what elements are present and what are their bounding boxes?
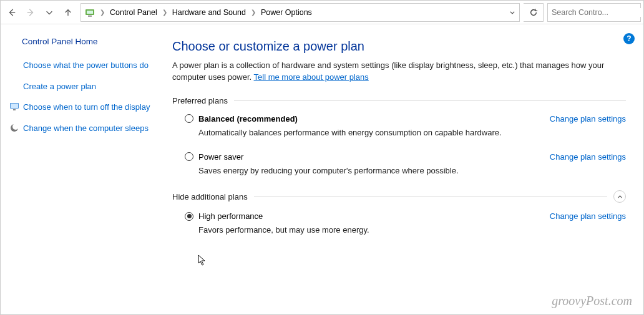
plan-name[interactable]: High performance <box>198 211 263 221</box>
svg-rect-2 <box>88 16 92 17</box>
arrow-up-icon <box>64 8 72 17</box>
plan-radio[interactable] <box>185 152 193 161</box>
svg-point-8 <box>12 124 19 130</box>
main-content: Choose or customize a power plan A power… <box>166 24 643 314</box>
sidebar-link-turn-off-display[interactable]: Choose when to turn off the display <box>9 102 157 113</box>
address-dropdown-button[interactable] <box>505 9 519 16</box>
section-header-preferred: Preferred plans <box>172 96 626 105</box>
svg-rect-1 <box>87 11 93 14</box>
refresh-button[interactable] <box>524 3 544 22</box>
history-dropdown-button[interactable] <box>41 4 58 21</box>
refresh-icon <box>529 8 538 17</box>
page-title: Choose or customize a power plan <box>172 39 626 54</box>
search-input[interactable] <box>552 8 644 17</box>
intro-learn-more-link[interactable]: Tell me more about power plans <box>254 72 369 82</box>
monitor-icon <box>9 102 19 112</box>
sidebar-link-computer-sleeps[interactable]: Change when the computer sleeps <box>9 123 157 134</box>
sidebar-link-label: Choose what the power buttons do <box>23 60 157 71</box>
chevron-down-icon <box>509 9 515 16</box>
plan-name[interactable]: Balanced (recommended) <box>198 114 298 124</box>
svg-rect-5 <box>11 104 18 108</box>
arrow-right-icon <box>26 8 35 17</box>
change-plan-settings-link[interactable]: Change plan settings <box>550 152 626 162</box>
divider <box>254 196 607 197</box>
arrow-left-icon <box>7 8 16 17</box>
change-plan-settings-link[interactable]: Change plan settings <box>550 211 626 221</box>
moon-icon <box>9 123 19 133</box>
breadcrumb-item[interactable]: Control Panel <box>106 4 161 21</box>
watermark: groovyPost.com <box>552 294 632 308</box>
back-button[interactable] <box>3 4 21 21</box>
section-label: Preferred plans <box>172 96 228 105</box>
breadcrumb-item[interactable]: Power Options <box>257 4 316 21</box>
section-header-additional[interactable]: Hide additional plans <box>172 190 626 203</box>
up-button[interactable] <box>59 4 77 21</box>
plan-radio[interactable] <box>185 212 193 221</box>
sidebar-home-link[interactable]: Control Panel Home <box>22 37 157 46</box>
section-label: Hide additional plans <box>172 192 248 201</box>
sidebar: Control Panel Home Choose what the power… <box>1 24 166 314</box>
address-bar[interactable]: ❯ Control Panel ❯ Hardware and Sound ❯ P… <box>80 3 520 22</box>
forward-button[interactable] <box>22 4 39 21</box>
plan-description: Saves energy by reducing your computer's… <box>198 165 626 177</box>
chevron-right-icon: ❯ <box>161 9 168 16</box>
chevron-down-icon <box>45 8 54 17</box>
chevron-up-icon <box>617 194 623 200</box>
sidebar-link-create-plan[interactable]: Create a power plan <box>9 81 157 92</box>
plan-name[interactable]: Power saver <box>198 152 243 162</box>
chevron-right-icon: ❯ <box>99 9 106 16</box>
collapse-button[interactable] <box>613 190 626 203</box>
toolbar: ❯ Control Panel ❯ Hardware and Sound ❯ P… <box>1 1 643 24</box>
sidebar-link-label: Choose when to turn off the display <box>23 102 157 113</box>
sidebar-link-label: Create a power plan <box>23 81 157 92</box>
plan-description: Automatically balances performance with … <box>198 127 626 138</box>
breadcrumb-item[interactable]: Hardware and Sound <box>168 4 250 21</box>
search-box[interactable] <box>547 3 641 22</box>
change-plan-settings-link[interactable]: Change plan settings <box>550 114 626 124</box>
intro-text: A power plan is a collection of hardware… <box>172 60 626 84</box>
divider <box>234 100 626 101</box>
plan-radio[interactable] <box>185 114 193 123</box>
sidebar-link-label: Change when the computer sleeps <box>23 123 157 134</box>
plan-high-performance: High performance Change plan settings Fa… <box>185 211 626 236</box>
chevron-right-icon: ❯ <box>250 9 257 16</box>
control-panel-icon <box>81 7 99 17</box>
plan-balanced: Balanced (recommended) Change plan setti… <box>185 114 626 138</box>
plan-description: Favors performance, but may use more ene… <box>198 225 626 236</box>
sidebar-link-power-buttons[interactable]: Choose what the power buttons do <box>9 60 157 71</box>
plan-power-saver: Power saver Change plan settings Saves e… <box>185 152 626 177</box>
svg-rect-6 <box>13 109 16 110</box>
